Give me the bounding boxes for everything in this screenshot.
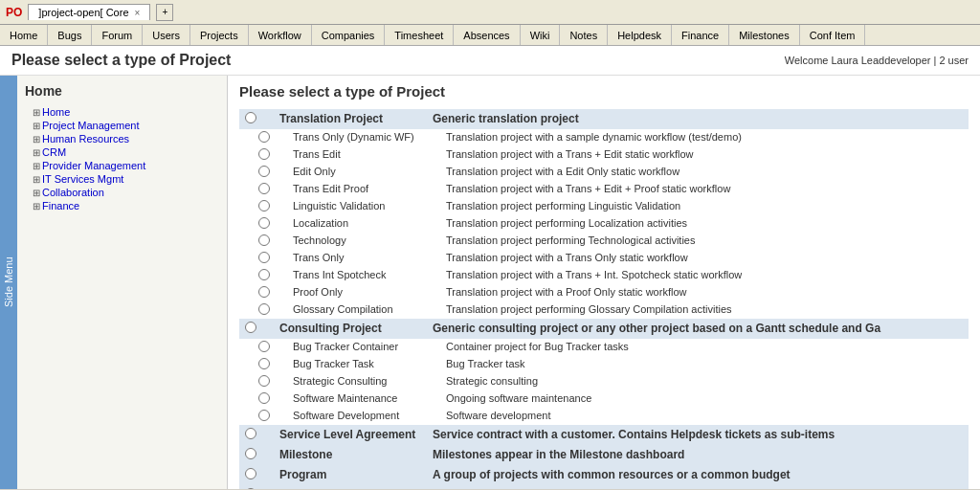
top-nav-item-home[interactable]: Home — [0, 25, 48, 45]
sidebar-links: ⊞Home⊞Project Management⊞Human Resources… — [33, 106, 219, 212]
sidebar-link[interactable]: Finance — [42, 200, 79, 212]
item-radio[interactable] — [258, 217, 270, 229]
section-radio[interactable] — [245, 428, 256, 439]
item-radio[interactable] — [258, 252, 270, 263]
item-desc: Software development — [427, 408, 969, 425]
top-nav-item-users[interactable]: Users — [143, 25, 190, 45]
expand-icon: ⊞ — [33, 134, 40, 145]
item-desc: Ongoing software maintenance — [427, 390, 969, 408]
item-desc: Translation project performing Technolog… — [427, 233, 969, 250]
item-desc: Translation project with a Proof Only st… — [427, 284, 969, 301]
user-info: Welcome Laura Leaddeveloper | 2 user — [785, 55, 969, 66]
item-radio[interactable] — [258, 166, 270, 177]
expand-icon: ⊞ — [33, 107, 40, 118]
section-radio[interactable] — [245, 488, 256, 489]
section-desc: A group of projects with common resource… — [427, 465, 969, 485]
expand-icon: ⊞ — [33, 121, 40, 131]
project-type-row: Technology Translation project performin… — [239, 233, 969, 250]
item-radio[interactable] — [258, 303, 270, 315]
item-desc: Bug Tracker task — [427, 356, 969, 373]
top-nav-item-companies[interactable]: Companies — [312, 25, 386, 45]
top-nav-item-finance[interactable]: Finance — [672, 25, 729, 45]
expand-icon: ⊞ — [33, 174, 40, 185]
item-name: Bug Tracker Container — [274, 339, 427, 356]
item-radio[interactable] — [258, 286, 270, 298]
item-radio[interactable] — [258, 131, 270, 143]
item-name: Bug Tracker Task — [274, 356, 427, 373]
section-name: Service Level Agreement — [274, 425, 427, 445]
item-radio[interactable] — [258, 410, 270, 421]
top-nav-item-absences[interactable]: Absences — [454, 25, 520, 45]
section-name: Software Release — [274, 485, 427, 489]
project-type-row: Strategic Consulting Strategic consultin… — [239, 373, 969, 390]
item-radio[interactable] — [258, 341, 270, 352]
sidebar-link[interactable]: Provider Management — [42, 160, 145, 171]
item-desc: Translation project with a Edit Only sta… — [427, 164, 969, 181]
project-type-row: Edit Only Translation project with a Edi… — [239, 164, 969, 181]
side-menu-tab[interactable]: Side Menu — [0, 76, 17, 489]
top-navigation: HomeBugsForumUsersProjectsWorkflowCompan… — [0, 25, 980, 46]
item-radio[interactable] — [258, 183, 270, 194]
section-name: Program — [274, 465, 427, 485]
item-desc: Container project for Bug Tracker tasks — [427, 339, 969, 356]
main-layout: Side Menu Home ⊞Home⊞Project Management⊞… — [0, 76, 980, 489]
project-type-row: Trans Int Spotcheck Translation project … — [239, 267, 969, 284]
top-nav-item-projects[interactable]: Projects — [190, 25, 249, 45]
section-radio[interactable] — [245, 448, 256, 459]
expand-icon: ⊞ — [33, 147, 40, 158]
new-tab-button[interactable]: + — [156, 4, 173, 21]
sidebar-item: ⊞Human Resources — [33, 133, 219, 145]
item-name: Edit Only — [274, 164, 427, 181]
section-name: Consulting Project — [274, 319, 427, 339]
sidebar-title: Home — [25, 83, 219, 99]
browser-bar: PO ]project-open[ Core × + — [0, 0, 980, 25]
browser-tab[interactable]: ]project-open[ Core × — [28, 4, 150, 20]
item-desc: Translation project performing Localizat… — [427, 215, 969, 233]
item-desc: Translation project with a Trans + Edit … — [427, 181, 969, 198]
project-type-row: Software Maintenance Ongoing software ma… — [239, 390, 969, 408]
section-name: Milestone — [274, 445, 427, 465]
project-type-row: Trans Edit Translation project with a Tr… — [239, 146, 969, 164]
sidebar-link[interactable]: Home — [42, 106, 70, 118]
section-desc: Represents a software release, consistin… — [427, 485, 969, 489]
sidebar-link[interactable]: Collaboration — [42, 187, 104, 198]
top-nav-item-bugs[interactable]: Bugs — [48, 25, 92, 45]
item-name: Localization — [274, 215, 427, 233]
project-type-row: Linguistic Validation Translation projec… — [239, 198, 969, 215]
section-header-row: Consulting Project Generic consulting pr… — [239, 319, 969, 339]
sidebar-link[interactable]: Project Management — [42, 120, 140, 131]
section-desc: Generic translation project — [427, 109, 969, 129]
expand-icon: ⊞ — [33, 161, 40, 171]
top-nav-item-timesheet[interactable]: Timesheet — [385, 25, 454, 45]
sidebar-link[interactable]: Human Resources — [42, 133, 129, 145]
top-nav-item-milestones[interactable]: Milestones — [729, 25, 800, 45]
section-radio[interactable] — [245, 322, 256, 333]
item-radio[interactable] — [258, 234, 270, 246]
top-nav-item-notes[interactable]: Notes — [560, 25, 608, 45]
item-radio[interactable] — [258, 269, 270, 280]
top-nav-item-workflow[interactable]: Workflow — [249, 25, 312, 45]
top-nav-item-conf-item[interactable]: Conf Item — [800, 25, 866, 45]
section-radio[interactable] — [245, 112, 256, 123]
item-name: Linguistic Validation — [274, 198, 427, 215]
top-nav-item-forum[interactable]: Forum — [92, 25, 143, 45]
sidebar-link[interactable]: CRM — [42, 146, 66, 158]
item-name: Trans Edit Proof — [274, 181, 427, 198]
item-radio[interactable] — [258, 200, 270, 212]
item-radio[interactable] — [258, 392, 270, 404]
side-menu-label: Side Menu — [3, 257, 14, 308]
section-header-row: Service Level Agreement Service contract… — [239, 425, 969, 445]
tab-close-button[interactable]: × — [135, 8, 141, 18]
item-radio[interactable] — [258, 148, 270, 160]
top-nav-item-wiki[interactable]: Wiki — [521, 25, 561, 45]
project-type-row: Bug Tracker Task Bug Tracker task — [239, 356, 969, 373]
item-radio[interactable] — [258, 358, 270, 369]
section-radio[interactable] — [245, 468, 256, 479]
content-title: Please select a type of Project — [239, 83, 969, 100]
item-desc: Strategic consulting — [427, 373, 969, 390]
tab-title: ]project-open[ Core — [38, 7, 128, 18]
project-type-row: Software Development Software developmen… — [239, 408, 969, 425]
item-radio[interactable] — [258, 375, 270, 387]
top-nav-item-helpdesk[interactable]: Helpdesk — [608, 25, 672, 45]
sidebar-link[interactable]: IT Services Mgmt — [42, 173, 123, 185]
